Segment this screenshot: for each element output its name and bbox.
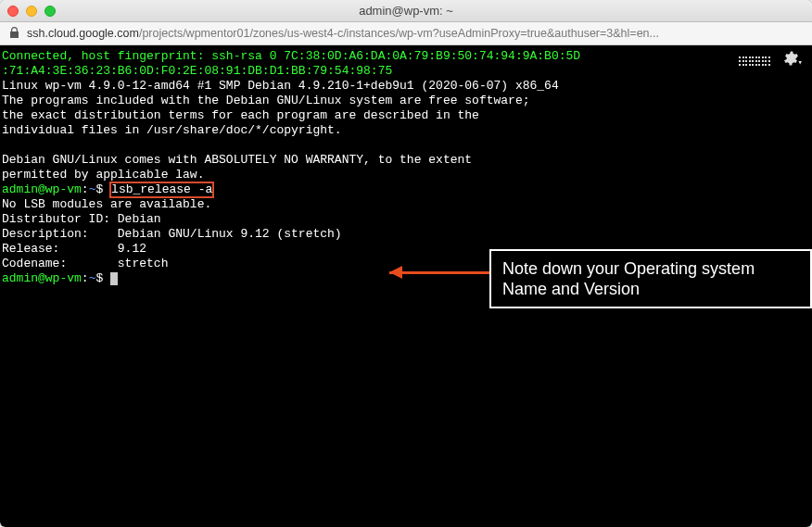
terminal-window: admin@wp-vm: ~ ssh.cloud.google.com/proj… xyxy=(0,0,812,527)
annotation-arrow-shaft xyxy=(389,271,489,274)
maximize-button[interactable] xyxy=(44,6,56,17)
url-text[interactable]: ssh.cloud.google.com/projects/wpmentor01… xyxy=(27,27,659,40)
address-bar[interactable]: ssh.cloud.google.com/projects/wpmentor01… xyxy=(0,22,812,45)
close-button[interactable] xyxy=(7,6,19,17)
prompt-user: admin@wp-vm xyxy=(2,182,82,196)
blank-line-2 xyxy=(2,138,810,153)
terminal-toolbar: ▾ xyxy=(739,51,803,70)
output-line-3: Description: Debian GNU/Linux 9.12 (stre… xyxy=(2,227,810,242)
prompt-line-1: admin@wp-vm:~$ lsb_release -a xyxy=(2,182,810,197)
command-highlight: lsb_release -a xyxy=(110,182,213,197)
annotation-arrow-head xyxy=(389,266,402,279)
url-host: ssh.cloud.google.com xyxy=(27,27,139,40)
lock-icon xyxy=(9,27,19,40)
output-line-1: No LSB modules are available. xyxy=(2,197,810,212)
prompt-symbol: $ xyxy=(95,182,103,196)
prompt-symbol: $ xyxy=(95,271,103,285)
motd-line-4: Debian GNU/Linux comes with ABSOLUTELY N… xyxy=(2,153,810,168)
motd-line-3: individual files in /usr/share/doc/*/cop… xyxy=(2,123,810,138)
output-line-2: Distributor ID: Debian xyxy=(2,212,810,227)
url-path: /projects/wpmentor01/zones/us-west4-c/in… xyxy=(139,27,659,40)
fingerprint-line-1: Connected, host fingerprint: ssh-rsa 0 7… xyxy=(2,49,810,64)
window-controls xyxy=(7,6,56,17)
terminal-body[interactable]: ▾ Connected, host fingerprint: ssh-rsa 0… xyxy=(0,45,812,527)
cursor xyxy=(110,272,118,285)
motd-line-1: The programs included with the Debian GN… xyxy=(2,94,810,108)
motd-line-2: the exact distribution terms for each pr… xyxy=(2,108,810,123)
motd-line-5: permitted by applicable law. xyxy=(2,168,810,182)
window-title: admin@wp-vm: ~ xyxy=(359,4,453,18)
annotation-callout: Note down your Operating system Name and… xyxy=(489,249,812,308)
kernel-line: Linux wp-vm 4.9.0-12-amd64 #1 SMP Debian… xyxy=(2,79,810,94)
titlebar: admin@wp-vm: ~ xyxy=(0,0,812,22)
minimize-button[interactable] xyxy=(26,6,37,17)
gear-icon[interactable]: ▾ xyxy=(783,51,803,70)
prompt-user: admin@wp-vm xyxy=(2,271,82,285)
fingerprint-line-2: :71:A4:3E:36:23:B6:0D:F0:2E:08:91:DB:D1:… xyxy=(2,64,810,79)
keyboard-icon[interactable] xyxy=(739,56,770,66)
